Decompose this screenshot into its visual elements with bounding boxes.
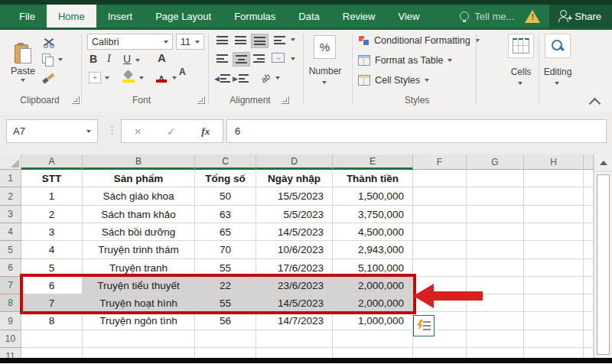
row-header-4[interactable]: 4 (0, 223, 21, 241)
cell-X1[interactable] (584, 170, 594, 187)
cell-D9[interactable]: 14/7/2023 (256, 312, 333, 330)
tab-home[interactable]: Home (47, 5, 96, 28)
cell-X4[interactable] (584, 223, 594, 241)
clipboard-dialog-launcher[interactable] (72, 96, 80, 104)
align-left-button[interactable] (214, 52, 230, 65)
name-box[interactable]: A7 (6, 119, 98, 143)
conditional-formatting-button[interactable]: Conditional Formatting (358, 35, 480, 46)
formula-bar-splitter[interactable]: ⋮ (107, 124, 117, 135)
format-painter-button[interactable] (42, 73, 54, 84)
cell-X9[interactable] (584, 312, 594, 330)
cell-E3[interactable]: 3,750,000 (333, 206, 413, 223)
tell-me-box[interactable]: Tell me... (460, 11, 525, 22)
tab-file[interactable]: File (8, 5, 47, 28)
cell-E5[interactable]: 2,943,000 (333, 241, 413, 259)
cell-H5[interactable] (524, 241, 584, 259)
font-dialog-launcher[interactable] (197, 96, 205, 104)
cell-A11[interactable] (21, 348, 83, 358)
editing-button[interactable] (545, 34, 571, 58)
cell-F11[interactable] (413, 348, 467, 358)
cell-H7[interactable] (524, 277, 584, 294)
cell-A10[interactable] (21, 330, 83, 348)
column-header-H[interactable]: H (524, 154, 584, 170)
underline-button[interactable]: U (123, 53, 131, 65)
tab-review[interactable]: Review (331, 5, 387, 28)
tab-insert[interactable]: Insert (96, 5, 145, 28)
cell-E11[interactable] (333, 348, 413, 358)
column-header-G[interactable]: G (467, 154, 524, 170)
row-header-9[interactable]: 9 (0, 312, 21, 330)
cell-A1[interactable]: STT (21, 170, 83, 187)
cell-G3[interactable] (467, 206, 524, 223)
copy-button[interactable] (42, 54, 54, 66)
cancel-icon[interactable]: × (135, 125, 142, 138)
cell-F4[interactable] (413, 223, 467, 241)
cell-X6[interactable] (584, 259, 594, 277)
copy-dropdown-icon[interactable] (58, 58, 63, 61)
column-header-partial[interactable] (584, 154, 594, 170)
column-header-E[interactable]: E (333, 154, 413, 170)
cell-G11[interactable] (467, 348, 524, 358)
cell-X10[interactable] (584, 330, 594, 348)
cell-F5[interactable] (413, 241, 467, 259)
column-header-B[interactable]: B (83, 154, 195, 170)
row-header-11[interactable]: 11 (0, 348, 21, 358)
cell-B2[interactable]: Sách giáo khoa (83, 187, 195, 206)
cell-F6[interactable] (413, 259, 467, 277)
cell-B4[interactable]: Sách bồi dưỡng (83, 223, 195, 241)
tab-page-layout[interactable]: Page Layout (144, 5, 223, 28)
cell-D1[interactable]: Ngày nhập (256, 170, 333, 187)
cell-D11[interactable] (256, 348, 333, 358)
cell-A3[interactable]: 2 (21, 206, 83, 223)
cell-D2[interactable]: 15/5/2023 (256, 187, 333, 206)
column-header-D[interactable]: D (256, 154, 333, 170)
collapse-ribbon-icon[interactable] (589, 98, 601, 110)
fill-color-button[interactable] (122, 71, 135, 83)
italic-button[interactable]: I (107, 53, 111, 65)
cell-C2[interactable]: 50 (195, 187, 256, 206)
bottom-align-button[interactable] (251, 34, 269, 48)
cell-A2[interactable]: 1 (21, 187, 83, 206)
alignment-dialog-launcher[interactable] (282, 96, 289, 104)
scrollbar-thumb[interactable] (597, 174, 610, 355)
tab-view[interactable]: View (386, 5, 431, 28)
cell-H3[interactable] (524, 206, 584, 223)
percent-style-button[interactable]: % (314, 35, 336, 59)
cell-B9[interactable]: Truyện ngôn tình (83, 312, 195, 330)
cell-X7[interactable] (584, 277, 594, 294)
decrease-indent-button[interactable]: ◀ (214, 72, 230, 85)
row-header-10[interactable]: 10 (0, 330, 21, 348)
cell-E4[interactable]: 4,500,000 (333, 223, 413, 241)
cell-B5[interactable]: Truyện trinh thám (83, 241, 195, 259)
cell-C10[interactable] (195, 330, 256, 348)
cell-X3[interactable] (584, 206, 594, 223)
cell-H4[interactable] (524, 223, 584, 241)
cell-X11[interactable] (584, 348, 594, 358)
row-header-2[interactable]: 2 (0, 187, 21, 206)
cell-C11[interactable] (195, 348, 256, 358)
cell-F1[interactable] (413, 170, 467, 187)
scroll-up-button[interactable] (594, 154, 612, 172)
cell-G4[interactable] (467, 223, 524, 241)
cell-D4[interactable]: 14/5/2023 (256, 223, 333, 241)
font-name-combo[interactable]: Calibri (87, 34, 173, 50)
editing-dropdown-icon[interactable] (555, 82, 559, 85)
merge-center-button[interactable]: ↔ (272, 53, 285, 63)
cell-D5[interactable]: 10/6/2023 (256, 241, 333, 259)
wrap-text-dropdown-icon[interactable] (291, 38, 295, 41)
warning-icon[interactable]: ! (525, 10, 540, 23)
cell-H6[interactable] (524, 259, 584, 277)
increase-indent-button[interactable]: ▶ (233, 72, 249, 85)
orientation-button[interactable]: ab (257, 70, 274, 85)
quick-analysis-button[interactable] (413, 315, 435, 336)
cell-H8[interactable] (524, 294, 584, 312)
fill-color-dropdown-icon[interactable] (139, 76, 144, 80)
cell-X5[interactable] (584, 241, 594, 259)
row-header-5[interactable]: 5 (0, 241, 21, 259)
font-color-button[interactable]: A (155, 71, 168, 83)
column-header-C[interactable]: C (195, 154, 256, 170)
cell-E2[interactable]: 1,500,000 (333, 187, 413, 206)
cell-B11[interactable] (83, 348, 195, 358)
orientation-dropdown-icon[interactable] (275, 76, 280, 80)
cell-G2[interactable] (467, 187, 524, 206)
